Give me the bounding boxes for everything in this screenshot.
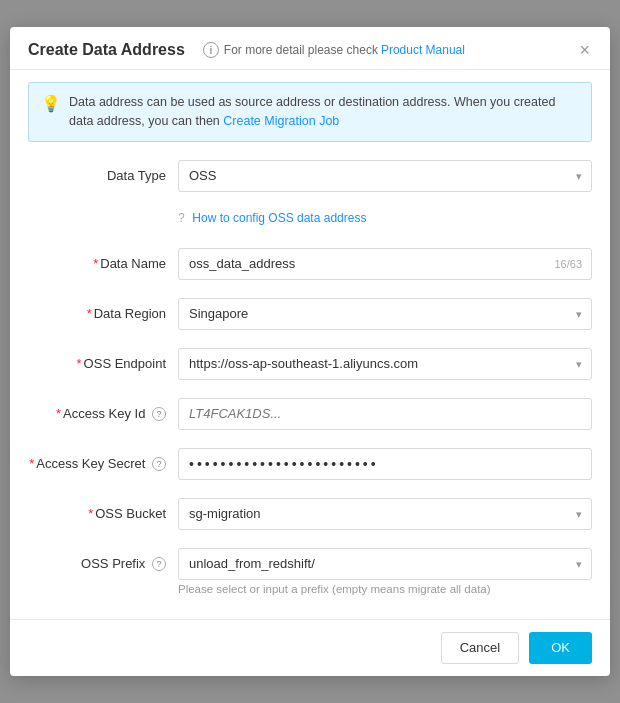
modal-info-section: i For more detail please check Product M… xyxy=(203,42,578,58)
data-type-select-wrapper: OSS S3 Azure Blob Google Cloud Storage ▾ xyxy=(178,160,592,192)
data-name-char-count: 16/63 xyxy=(554,258,582,270)
create-migration-job-link[interactable]: Create Migration Job xyxy=(223,114,339,128)
access-key-id-label: *Access Key Id ? xyxy=(28,405,178,423)
oss-endpoint-row: *OSS Endpoint https://oss-ap-southeast-1… xyxy=(28,346,592,382)
oss-config-link[interactable]: How to config OSS data address xyxy=(192,211,366,225)
data-name-required: * xyxy=(93,256,98,271)
data-name-input-wrapper: 16/63 xyxy=(178,248,592,280)
oss-bucket-select[interactable]: sg-migration xyxy=(178,498,592,530)
modal-title: Create Data Address xyxy=(28,41,185,59)
oss-endpoint-select[interactable]: https://oss-ap-southeast-1.aliyuncs.com xyxy=(178,348,592,380)
data-name-row: *Data Name 16/63 xyxy=(28,246,592,282)
bulb-icon: 💡 xyxy=(41,94,61,113)
data-type-row: Data Type OSS S3 Azure Blob Google Cloud… xyxy=(28,158,592,194)
ok-button[interactable]: OK xyxy=(529,632,592,664)
data-type-label: Data Type xyxy=(28,167,178,185)
oss-config-row: ? How to config OSS data address xyxy=(28,200,592,236)
data-type-field: OSS S3 Azure Blob Google Cloud Storage ▾ xyxy=(178,160,592,192)
oss-prefix-label: OSS Prefix ? xyxy=(28,548,178,573)
access-key-id-row: *Access Key Id ? xyxy=(28,396,592,432)
cancel-button[interactable]: Cancel xyxy=(441,632,519,664)
product-manual-link[interactable]: Product Manual xyxy=(381,43,465,57)
modal-info-text: For more detail please check xyxy=(224,43,378,57)
oss-endpoint-label: *OSS Endpoint xyxy=(28,355,178,373)
oss-bucket-label: *OSS Bucket xyxy=(28,505,178,523)
data-region-row: *Data Region Singapore US East EU West ▾ xyxy=(28,296,592,332)
oss-bucket-row: *OSS Bucket sg-migration ▾ xyxy=(28,496,592,532)
oss-prefix-select[interactable]: unload_from_redshift/ xyxy=(178,548,592,580)
oss-config-question-icon: ? xyxy=(178,211,185,225)
access-key-secret-input[interactable] xyxy=(178,448,592,480)
data-name-label: *Data Name xyxy=(28,255,178,273)
oss-endpoint-select-wrapper: https://oss-ap-southeast-1.aliyuncs.com … xyxy=(178,348,592,380)
data-region-select[interactable]: Singapore US East EU West xyxy=(178,298,592,330)
create-data-address-modal: Create Data Address i For more detail pl… xyxy=(10,27,610,676)
access-key-id-input-wrapper xyxy=(178,398,592,430)
data-region-label: *Data Region xyxy=(28,305,178,323)
oss-bucket-select-wrapper: sg-migration ▾ xyxy=(178,498,592,530)
access-key-secret-label: *Access Key Secret ? xyxy=(28,455,178,473)
form-body: Data Type OSS S3 Azure Blob Google Cloud… xyxy=(10,154,610,619)
modal-footer: Cancel OK xyxy=(10,619,610,676)
oss-prefix-select-wrapper: unload_from_redshift/ ▾ xyxy=(178,548,592,580)
data-name-input[interactable] xyxy=(178,248,592,280)
access-key-id-help-icon[interactable]: ? xyxy=(152,407,166,421)
modal-header: Create Data Address i For more detail pl… xyxy=(10,27,610,70)
access-key-id-input[interactable] xyxy=(178,398,592,430)
oss-prefix-row: OSS Prefix ? unload_from_redshift/ ▾ Ple… xyxy=(28,546,592,595)
close-button[interactable]: × xyxy=(577,41,592,59)
access-key-secret-row: *Access Key Secret ? xyxy=(28,446,592,482)
banner-text: Data address can be used as source addre… xyxy=(69,93,579,131)
info-banner: 💡 Data address can be used as source add… xyxy=(28,82,592,142)
access-key-secret-help-icon[interactable]: ? xyxy=(152,457,166,471)
data-region-select-wrapper: Singapore US East EU West ▾ xyxy=(178,298,592,330)
info-icon: i xyxy=(203,42,219,58)
data-type-select[interactable]: OSS S3 Azure Blob Google Cloud Storage xyxy=(178,160,592,192)
oss-prefix-help-icon[interactable]: ? xyxy=(152,557,166,571)
oss-prefix-hint: Please select or input a prefix (empty m… xyxy=(178,583,592,595)
